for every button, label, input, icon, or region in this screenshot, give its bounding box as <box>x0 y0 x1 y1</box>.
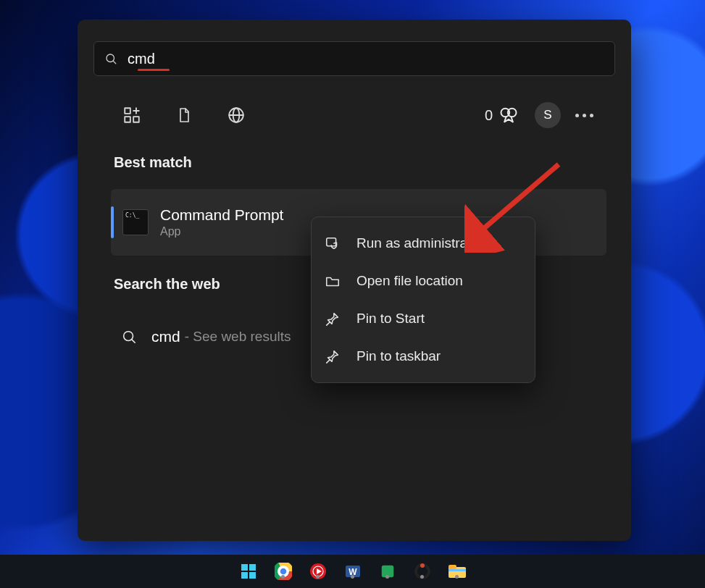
svg-text:W: W <box>349 567 357 577</box>
group-title-best-match: Best match <box>114 154 192 171</box>
ctx-pin-start[interactable]: Pin to Start <box>314 300 532 337</box>
more-options-icon[interactable] <box>575 114 593 117</box>
user-avatar[interactable]: S <box>535 102 561 128</box>
svg-line-13 <box>132 340 135 343</box>
rewards-badge[interactable]: 0 <box>485 105 519 125</box>
svg-rect-30 <box>381 566 393 578</box>
taskbar-youtube-music-icon[interactable] <box>308 561 328 581</box>
filter-documents-icon[interactable] <box>167 98 201 132</box>
filter-row: 0 S <box>115 92 593 138</box>
taskbar-app-ring-icon[interactable] <box>412 561 433 581</box>
shield-window-icon <box>325 235 341 251</box>
taskbar-word-icon[interactable]: W <box>343 561 363 581</box>
filter-web-icon[interactable] <box>220 98 253 132</box>
search-icon <box>104 52 117 65</box>
svg-rect-34 <box>449 565 456 569</box>
svg-rect-17 <box>249 564 256 571</box>
annotation-underline <box>138 69 170 71</box>
context-menu: Run as administrator Open file location … <box>311 217 535 383</box>
pin-icon <box>325 348 341 364</box>
result-title: Command Prompt <box>160 206 283 224</box>
search-input[interactable] <box>126 41 614 76</box>
taskbar-explorer-icon[interactable] <box>447 561 467 581</box>
taskbar-chrome-icon[interactable] <box>273 561 293 581</box>
taskbar-app-green-icon[interactable] <box>377 561 398 581</box>
svg-line-1 <box>113 61 115 63</box>
rewards-points: 0 <box>485 107 493 124</box>
svg-rect-4 <box>133 117 139 122</box>
ctx-pin-taskbar[interactable]: Pin to taskbar <box>314 337 532 375</box>
result-subtitle: App <box>160 225 283 238</box>
search-icon <box>121 329 137 345</box>
web-query: cmd <box>151 328 180 345</box>
svg-rect-3 <box>125 117 130 122</box>
taskbar: W <box>0 555 705 588</box>
start-search-panel: 0 S Best match Command Prompt App Search… <box>78 20 631 541</box>
svg-rect-19 <box>249 572 256 579</box>
ctx-run-as-admin[interactable]: Run as administrator <box>314 224 532 262</box>
web-desc: - See web results <box>185 329 291 345</box>
search-box[interactable] <box>93 41 615 76</box>
ctx-open-file-location[interactable]: Open file location <box>314 262 532 300</box>
group-title-search-web: Search the web <box>114 276 220 293</box>
svg-point-32 <box>420 563 425 568</box>
medal-icon <box>498 105 519 125</box>
svg-rect-35 <box>449 569 466 571</box>
svg-rect-2 <box>125 108 130 114</box>
svg-rect-16 <box>241 564 248 571</box>
cmd-app-icon <box>122 209 149 235</box>
folder-icon <box>325 273 341 289</box>
svg-rect-18 <box>241 572 248 579</box>
pin-icon <box>325 311 341 327</box>
filter-apps-icon[interactable] <box>115 98 149 132</box>
start-button[interactable] <box>238 561 259 581</box>
